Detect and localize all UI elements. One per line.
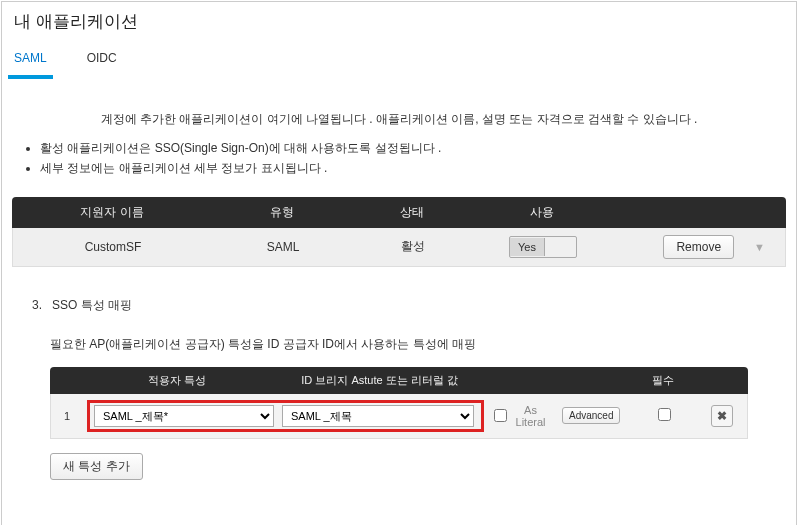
app-table-header: 지원자 이름 유형 상태 사용	[12, 197, 786, 228]
highlight-box: SAML _제목* SAML _제목	[87, 400, 484, 432]
mapping-col-req: 필수	[625, 367, 701, 394]
page-title: 내 애플리케이션	[2, 2, 796, 37]
mapping-row-index: 1	[51, 406, 83, 426]
intro-bullets: 활성 애플리케이션은 SSO(Single Sign-On)에 대해 사용하도록…	[2, 134, 796, 197]
as-literal-checkbox[interactable]	[494, 409, 507, 422]
as-literal-label: As Literal	[511, 404, 550, 428]
tab-saml[interactable]: SAML	[10, 45, 51, 71]
app-name-cell: CustomSF	[13, 233, 213, 261]
delete-row-button[interactable]: ✖	[711, 405, 733, 427]
intro-text: 계정에 추가한 애플리케이션이 여기에 나열됩니다 . 애플리케이션 이름, 설…	[2, 73, 796, 134]
step-title: SSO 특성 매핑	[52, 298, 132, 312]
mapping-col-id: ID 브리지 Astute 또는 리터럴 값	[272, 367, 487, 394]
step-number: 3.	[32, 298, 42, 312]
col-header-actions	[612, 197, 786, 228]
col-header-name: 지원자 이름	[12, 197, 212, 228]
chevron-down-icon[interactable]: ▼	[744, 237, 775, 257]
mapping-header: 적용자 특성 ID 브리지 Astute 또는 리터럴 값 필수	[50, 367, 748, 394]
col-header-use: 사용	[472, 197, 612, 228]
mapping-col-app: 적용자 특성	[82, 367, 272, 394]
add-attribute-button[interactable]: 새 특성 추가	[50, 453, 143, 480]
mapping-row: 1 SAML _제목* SAML _제목	[50, 394, 748, 439]
id-attribute-select[interactable]: SAML _제목	[282, 405, 474, 427]
advanced-button[interactable]: Advanced	[562, 407, 620, 424]
required-checkbox[interactable]	[658, 408, 671, 421]
step-description: 필요한 AP(애플리케이션 공급자) 특성을 ID 공급자 ID에서 사용하는 …	[2, 320, 796, 367]
tab-bar: SAML OIDC	[2, 37, 796, 72]
remove-button[interactable]: Remove	[663, 235, 734, 259]
toggle-yes-label: Yes	[510, 238, 545, 256]
bullet-item: 세부 정보에는 애플리케이션 세부 정보가 표시됩니다 .	[40, 158, 776, 178]
app-status-cell: 활성	[353, 231, 473, 262]
close-icon: ✖	[717, 409, 727, 423]
tab-oidc[interactable]: OIDC	[83, 45, 121, 71]
app-table-row: CustomSF SAML 활성 Yes Remove ▼	[12, 228, 786, 267]
step-heading: 3. SSO 특성 매핑	[2, 267, 796, 320]
use-toggle[interactable]: Yes	[509, 236, 577, 258]
app-type-cell: SAML	[213, 233, 353, 261]
app-attribute-select[interactable]: SAML _제목*	[94, 405, 274, 427]
col-header-status: 상태	[352, 197, 472, 228]
bullet-item: 활성 애플리케이션은 SSO(Single Sign-On)에 대해 사용하도록…	[40, 138, 776, 158]
col-header-type: 유형	[212, 197, 352, 228]
